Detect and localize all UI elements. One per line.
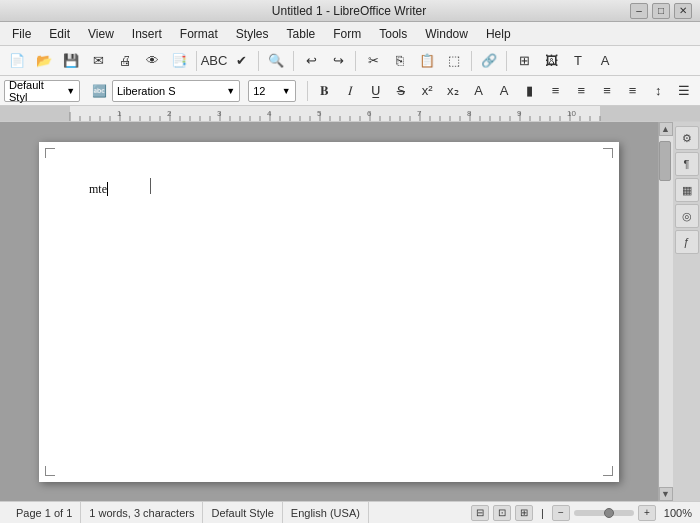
word-count: 1 words, 3 characters bbox=[81, 502, 203, 523]
menu-item-styles[interactable]: Styles bbox=[228, 25, 277, 43]
page-info: Page 1 of 1 bbox=[8, 502, 81, 523]
strikethrough-btn[interactable]: S̶ bbox=[390, 80, 414, 102]
highlight-btn[interactable]: ▮ bbox=[518, 80, 542, 102]
view-book-btn[interactable]: ⊞ bbox=[515, 505, 533, 521]
underline-btn[interactable]: U̲ bbox=[364, 80, 388, 102]
scroll-track[interactable] bbox=[659, 136, 673, 487]
close-button[interactable]: ✕ bbox=[674, 3, 692, 19]
menu-item-format[interactable]: Format bbox=[172, 25, 226, 43]
properties-icon[interactable]: ⚙ bbox=[675, 126, 699, 150]
print-button[interactable]: 🖨 bbox=[112, 49, 138, 73]
view-normal-btn[interactable]: ⊟ bbox=[471, 505, 489, 521]
size-dropdown-icon[interactable]: ▼ bbox=[282, 86, 291, 96]
font-icon-btn[interactable]: 🔤 bbox=[88, 80, 110, 102]
menu-item-form[interactable]: Form bbox=[325, 25, 369, 43]
titlebar-title: Untitled 1 - LibreOffice Writer bbox=[68, 4, 630, 18]
doc-content[interactable]: mte | bbox=[89, 182, 569, 197]
style-value: Default Styl bbox=[9, 79, 64, 103]
zoom-thumb[interactable] bbox=[604, 508, 614, 518]
menubar: FileEditViewInsertFormatStylesTableFormT… bbox=[0, 22, 700, 46]
italic-btn[interactable]: 𝐼 bbox=[338, 80, 362, 102]
document-text[interactable]: mte bbox=[89, 182, 108, 197]
subscript-btn[interactable]: x₂ bbox=[441, 80, 465, 102]
toolbar2: Default Styl ▼ 🔤 Liberation S ▼ 12 ▼ 𝐁𝐼U… bbox=[0, 76, 700, 106]
scroll-thumb[interactable] bbox=[659, 141, 671, 181]
text-cursor-bar bbox=[107, 182, 108, 196]
styles-icon[interactable]: ¶ bbox=[675, 152, 699, 176]
zoom-in-btn[interactable]: + bbox=[638, 505, 656, 521]
hyperlink-button[interactable]: 🔗 bbox=[476, 49, 502, 73]
vertical-scrollbar[interactable]: ▲ ▼ bbox=[658, 122, 672, 501]
new-button[interactable]: 📄 bbox=[4, 49, 30, 73]
linespacing-btn[interactable]: ↕ bbox=[646, 80, 670, 102]
textbox-button[interactable]: T bbox=[565, 49, 591, 73]
menu-item-insert[interactable]: Insert bbox=[124, 25, 170, 43]
menu-item-help[interactable]: Help bbox=[478, 25, 519, 43]
ruler-canvas bbox=[0, 106, 700, 122]
find-button[interactable]: 🔍 bbox=[263, 49, 289, 73]
corner-tl bbox=[45, 148, 55, 158]
align-right-btn[interactable]: ≡ bbox=[595, 80, 619, 102]
clone-button[interactable]: ⬚ bbox=[441, 49, 467, 73]
font-size-select[interactable]: 12 ▼ bbox=[248, 80, 295, 102]
corner-bl bbox=[45, 466, 55, 476]
doc-area[interactable]: mte | bbox=[0, 122, 658, 501]
font-value: Liberation S bbox=[117, 85, 224, 97]
superscript-btn[interactable]: x² bbox=[415, 80, 439, 102]
font-dropdown-icon[interactable]: ▼ bbox=[226, 86, 235, 96]
functions-icon[interactable]: ƒ bbox=[675, 230, 699, 254]
scroll-up-button[interactable]: ▲ bbox=[659, 122, 673, 136]
open-button[interactable]: 📂 bbox=[31, 49, 57, 73]
list-btn[interactable]: ☰ bbox=[672, 80, 696, 102]
table-button[interactable]: ⊞ bbox=[511, 49, 537, 73]
toolbar1-sep bbox=[506, 51, 507, 71]
sidebar-panel: ⚙¶▦◎ƒ bbox=[672, 122, 700, 501]
maximize-button[interactable]: □ bbox=[652, 3, 670, 19]
page[interactable]: mte | bbox=[39, 142, 619, 482]
titlebar: Untitled 1 - LibreOffice Writer – □ ✕ bbox=[0, 0, 700, 22]
autocorrect-button[interactable]: ✔ bbox=[228, 49, 254, 73]
fontcolor2-btn[interactable]: A bbox=[492, 80, 516, 102]
font-name-select[interactable]: Liberation S ▼ bbox=[112, 80, 240, 102]
navigator-icon[interactable]: ◎ bbox=[675, 204, 699, 228]
toolbar1-sep bbox=[258, 51, 259, 71]
pdf-button[interactable]: 📑 bbox=[166, 49, 192, 73]
menu-item-tools[interactable]: Tools bbox=[371, 25, 415, 43]
spellcheck-button[interactable]: ABC bbox=[201, 49, 227, 73]
copy-button[interactable]: ⎘ bbox=[387, 49, 413, 73]
zoom-level: 100% bbox=[664, 507, 692, 519]
zoom-sep: | bbox=[541, 507, 544, 519]
ruler bbox=[0, 106, 700, 122]
menu-item-window[interactable]: Window bbox=[417, 25, 476, 43]
paragraph-style-select[interactable]: Default Styl ▼ bbox=[4, 80, 80, 102]
preview-button[interactable]: 👁 bbox=[139, 49, 165, 73]
view-web-btn[interactable]: ⊡ bbox=[493, 505, 511, 521]
zoom-slider[interactable] bbox=[574, 510, 634, 516]
redo-button[interactable]: ↪ bbox=[325, 49, 351, 73]
align-left-btn[interactable]: ≡ bbox=[544, 80, 568, 102]
menu-item-file[interactable]: File bbox=[4, 25, 39, 43]
scroll-down-button[interactable]: ▼ bbox=[659, 487, 673, 501]
minimize-button[interactable]: – bbox=[630, 3, 648, 19]
align-center-btn[interactable]: ≡ bbox=[569, 80, 593, 102]
gallery-icon[interactable]: ▦ bbox=[675, 178, 699, 202]
paste-button[interactable]: 📋 bbox=[414, 49, 440, 73]
menu-item-table[interactable]: Table bbox=[279, 25, 324, 43]
save-button[interactable]: 💾 bbox=[58, 49, 84, 73]
toolbar1-sep bbox=[293, 51, 294, 71]
cut-button[interactable]: ✂ bbox=[360, 49, 386, 73]
corner-tr bbox=[603, 148, 613, 158]
email-button[interactable]: ✉ bbox=[85, 49, 111, 73]
bold-btn[interactable]: 𝐁 bbox=[313, 80, 337, 102]
menu-item-view[interactable]: View bbox=[80, 25, 122, 43]
menu-item-edit[interactable]: Edit bbox=[41, 25, 78, 43]
style-dropdown-icon[interactable]: ▼ bbox=[66, 86, 75, 96]
size-value: 12 bbox=[253, 85, 280, 97]
zoom-out-btn[interactable]: − bbox=[552, 505, 570, 521]
justify-btn[interactable]: ≡ bbox=[621, 80, 645, 102]
shadow-btn[interactable]: A bbox=[467, 80, 491, 102]
ibeam-cursor-icon: | bbox=[149, 176, 152, 194]
undo-button[interactable]: ↩ bbox=[298, 49, 324, 73]
image-button[interactable]: 🖼 bbox=[538, 49, 564, 73]
fontcolor-button[interactable]: A bbox=[592, 49, 618, 73]
